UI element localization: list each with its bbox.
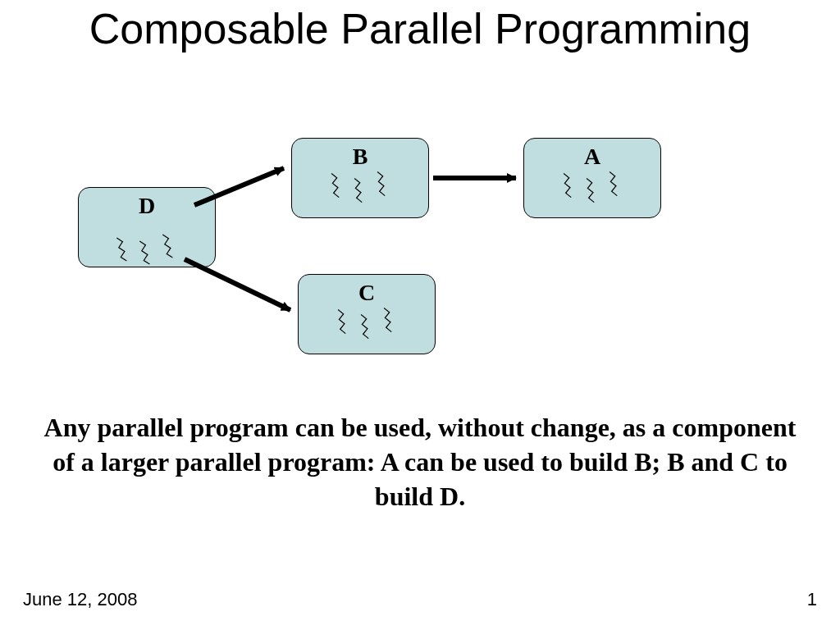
slide-title: Composable Parallel Programming — [0, 5, 840, 54]
footer-date: June 12, 2008 — [23, 589, 137, 609]
node-a-label: A — [524, 144, 660, 170]
node-c: C — [298, 274, 436, 354]
node-b: B — [291, 138, 429, 218]
node-b-label: B — [292, 144, 428, 170]
node-d: D — [78, 187, 216, 267]
node-d-label: D — [79, 193, 215, 219]
footer-page-number: 1 — [807, 589, 817, 610]
slide-body-text: Any parallel program can be used, withou… — [41, 410, 799, 514]
node-c-label: C — [299, 280, 435, 306]
slide-footer: June 12, 2008 1 — [23, 589, 817, 610]
node-a: A — [523, 138, 661, 218]
